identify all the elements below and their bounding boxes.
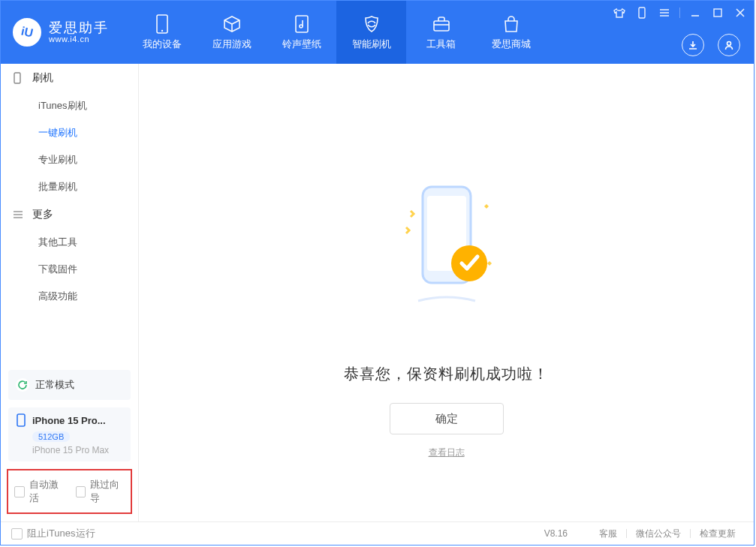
shield-icon (361, 14, 382, 35)
svg-point-1 (161, 30, 162, 32)
device-card[interactable]: iPhone 15 Pro... 512GB iPhone 15 Pro Max (8, 407, 131, 461)
brand: iU 爱思助手 www.i4.cn (1, 1, 122, 64)
sidebar: 刷机 iTunes刷机 一键刷机 专业刷机 批量刷机 更多 其他工具 下载固件 … (1, 64, 139, 521)
device-full-name: iPhone 15 Pro Max (32, 445, 123, 455)
sidebar-item-download-firmware[interactable]: 下载固件 (1, 256, 138, 283)
main-content: 恭喜您，保资料刷机成功啦！ 确定 查看日志 (139, 64, 754, 521)
sidebar-group-title: 刷机 (32, 71, 53, 85)
check-update-link[interactable]: 检查更新 (700, 527, 736, 540)
brand-url: www.i4.cn (49, 35, 109, 44)
svg-point-3 (300, 25, 303, 28)
device-mode-card[interactable]: 正常模式 (8, 370, 131, 400)
svg-rect-2 (296, 16, 308, 32)
footer: 阻止iTunes运行 V8.16 客服 微信公众号 检查更新 (1, 521, 754, 545)
top-tabs: 我的设备 应用游戏 铃声壁纸 智能刷机 (127, 1, 546, 64)
menu-icon[interactable] (657, 5, 672, 20)
auto-activate-checkbox[interactable]: 自动激活 (14, 478, 64, 505)
header-actions (682, 34, 740, 56)
wechat-link[interactable]: 微信公众号 (636, 527, 681, 540)
bag-icon (501, 14, 522, 35)
phone-icon (13, 72, 25, 84)
sidebar-group-flash[interactable]: 刷机 (1, 64, 138, 92)
header: iU 爱思助手 www.i4.cn 我的设备 应用游戏 (1, 1, 754, 64)
version-label: V8.16 (544, 528, 568, 539)
support-link[interactable]: 客服 (599, 527, 617, 540)
minimize-button[interactable] (688, 5, 703, 20)
body: 刷机 iTunes刷机 一键刷机 专业刷机 批量刷机 更多 其他工具 下载固件 … (1, 64, 754, 521)
ok-button[interactable]: 确定 (390, 403, 504, 434)
phone-icon (16, 413, 26, 427)
maximize-button[interactable] (710, 5, 725, 20)
skin-icon[interactable] (612, 5, 627, 20)
sidebar-item-batch-flash[interactable]: 批量刷机 (1, 173, 138, 200)
separator (679, 8, 680, 18)
brand-logo: iU (13, 18, 41, 47)
flash-options: 自动激活 跳过向导 (7, 469, 132, 514)
device-name: iPhone 15 Pro... (32, 415, 106, 426)
svg-rect-4 (434, 21, 449, 31)
brand-text: 爱思助手 www.i4.cn (49, 21, 109, 44)
tab-apps-games[interactable]: 应用游戏 (197, 1, 267, 64)
block-itunes-checkbox[interactable]: 阻止iTunes运行 (11, 527, 95, 540)
list-icon (13, 210, 25, 219)
tab-toolbox[interactable]: 工具箱 (406, 1, 476, 64)
sidebar-item-one-click-flash[interactable]: 一键刷机 (1, 119, 138, 146)
svg-rect-6 (714, 9, 721, 17)
svg-rect-9 (17, 414, 25, 426)
tab-store[interactable]: 爱思商城 (476, 1, 546, 64)
svg-rect-5 (639, 8, 645, 18)
close-button[interactable] (733, 5, 748, 20)
tab-ringtones[interactable]: 铃声壁纸 (267, 1, 336, 64)
sidebar-item-pro-flash[interactable]: 专业刷机 (1, 146, 138, 173)
refresh-icon (16, 378, 29, 392)
success-illustration (364, 173, 529, 308)
checkbox-icon (76, 486, 86, 497)
phone-icon[interactable] (634, 5, 649, 20)
svg-rect-8 (14, 73, 20, 83)
skip-wizard-checkbox[interactable]: 跳过向导 (76, 478, 125, 505)
sidebar-group-title: 更多 (32, 208, 53, 221)
device-mode-text: 正常模式 (35, 378, 74, 392)
brand-name: 爱思助手 (49, 21, 109, 35)
device-icon (152, 14, 173, 35)
svg-point-7 (727, 42, 731, 46)
tab-flash[interactable]: 智能刷机 (336, 1, 406, 64)
music-icon (291, 14, 312, 35)
checkbox-icon (14, 486, 25, 497)
download-button[interactable] (682, 34, 704, 56)
sidebar-bottom: 正常模式 iPhone 15 Pro... 512GB iPhone 15 Pr… (1, 364, 138, 521)
success-message: 恭喜您，保资料刷机成功啦！ (344, 364, 549, 384)
sidebar-item-other-tools[interactable]: 其他工具 (1, 229, 138, 256)
cube-icon (221, 14, 242, 35)
checkbox-icon (11, 528, 23, 539)
toolbox-icon (431, 14, 452, 35)
sidebar-item-advanced[interactable]: 高级功能 (1, 283, 138, 310)
device-capacity: 512GB (32, 431, 70, 442)
account-button[interactable] (718, 34, 740, 56)
window-controls (612, 5, 748, 20)
view-log-link[interactable]: 查看日志 (429, 446, 465, 459)
app-window: iU 爱思助手 www.i4.cn 我的设备 应用游戏 (0, 0, 754, 545)
sidebar-item-itunes-flash[interactable]: iTunes刷机 (1, 92, 138, 119)
sidebar-group-more[interactable]: 更多 (1, 200, 138, 229)
tab-my-device[interactable]: 我的设备 (127, 1, 197, 64)
